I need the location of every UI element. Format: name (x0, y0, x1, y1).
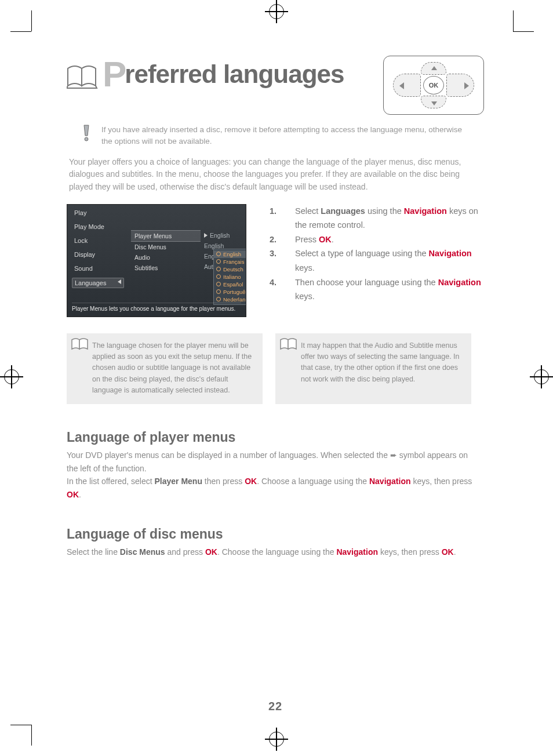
registration-mark (530, 365, 553, 388)
osd-language-option: Deutsch (214, 266, 246, 273)
instruction-steps: 1. Select Languages using the Navigation… (270, 204, 484, 304)
osd-left-item: Display (72, 250, 124, 259)
dpad-left (393, 74, 421, 97)
exclamation-icon (79, 124, 94, 141)
warning-text: If you have already inserted a disc, rem… (101, 124, 472, 148)
dpad-ok-button: OK (423, 76, 444, 94)
osd-language-option: Español (214, 281, 246, 288)
page-title: Preferred languages (67, 52, 344, 89)
page-number: 22 (67, 700, 484, 713)
intro-paragraph: Your player offers you a choice of langu… (69, 156, 484, 194)
info-note-text: It may happen that the Audio and Subtitl… (301, 341, 460, 383)
svg-point-0 (85, 137, 88, 141)
osd-hint: Player Menus lets you choose a language … (72, 303, 241, 312)
info-note-right: It may happen that the Audio and Subtitl… (275, 333, 471, 405)
osd-mid-row: Player Menus (131, 230, 201, 242)
osd-language-option: Italiano (214, 273, 246, 281)
dpad-down (421, 96, 446, 108)
osd-left-item: Play Mode (72, 222, 124, 231)
osd-language-option: Português (214, 288, 246, 296)
registration-mark (265, 728, 288, 751)
book-icon (280, 338, 297, 351)
osd-left-item: Play (72, 208, 124, 217)
book-icon (71, 338, 89, 351)
page-content: Preferred languages OK (67, 52, 484, 713)
dpad-right (446, 74, 474, 97)
section-heading: Language of disc menus (67, 526, 484, 542)
osd-mid-row: Subtitles (131, 263, 201, 273)
remote-dpad-illustration: OK (383, 56, 484, 115)
step-number: 3. (270, 246, 283, 275)
dpad-up (421, 62, 446, 75)
step-number: 4. (270, 275, 283, 304)
section-paragraph: Select the line Disc Menus and press OK.… (67, 546, 472, 558)
crop-mark (10, 31, 31, 32)
step-number: 2. (270, 232, 283, 247)
page-header: Preferred languages OK (67, 52, 484, 115)
crop-mark (10, 725, 31, 725)
crop-mark (31, 725, 32, 746)
crop-mark (513, 10, 514, 31)
osd-mid-row: Disc Menus (131, 242, 201, 252)
osd-left-item: Sound (72, 264, 124, 273)
book-icon (67, 65, 98, 89)
info-note-left: The language chosen for the player menu … (67, 333, 263, 405)
registration-mark (0, 365, 23, 388)
osd-left-item: Languages (72, 278, 124, 288)
page-title-text: Preferred languages (103, 54, 344, 87)
warning-note: If you have already inserted a disc, rem… (79, 124, 484, 148)
registration-mark (265, 0, 288, 23)
info-note-text: The language chosen for the player menu … (92, 341, 252, 395)
section-heading: Language of player menus (67, 430, 484, 445)
step-number: 1. (270, 204, 283, 232)
osd-mid-row: Audio (131, 252, 201, 263)
osd-language-option: English (214, 250, 246, 258)
osd-left-item: Lock (72, 236, 124, 245)
crop-mark (31, 10, 32, 31)
crop-mark (513, 31, 534, 32)
osd-language-option: Français (214, 258, 246, 266)
osd-screenshot: PlayPlay ModeLockDisplaySoundLanguages P… (67, 204, 246, 317)
section-paragraph: Your DVD player's menus can be displayed… (67, 449, 472, 501)
